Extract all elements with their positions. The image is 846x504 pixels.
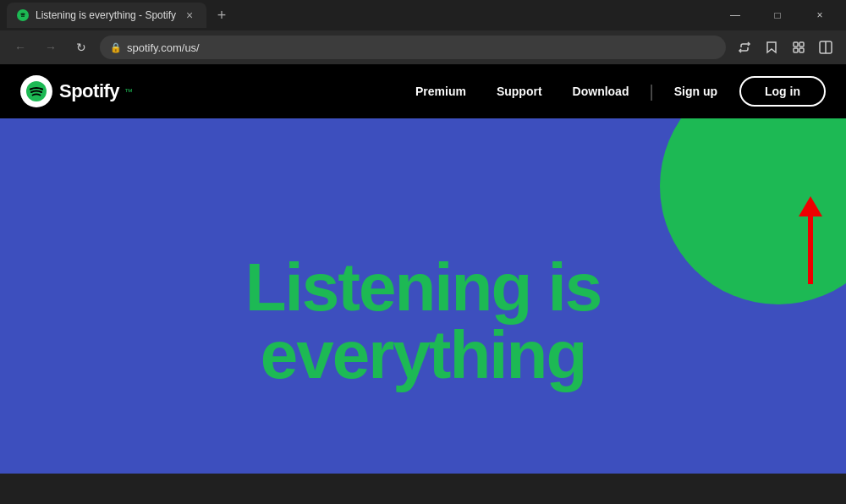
back-button[interactable]: ← — [8, 36, 32, 59]
lock-icon: 🔒 — [110, 42, 122, 53]
extensions-icon[interactable] — [787, 36, 810, 59]
arrow-head — [799, 196, 822, 216]
maximize-button[interactable]: □ — [758, 3, 797, 28]
toolbar-icons — [733, 36, 838, 59]
title-bar: Listening is everything - Spotify × + — … — [0, 0, 846, 30]
new-tab-button[interactable]: + — [210, 3, 233, 27]
url-bar[interactable]: 🔒 spotify.com/us/ — [100, 36, 726, 59]
bookmark-icon[interactable] — [760, 36, 783, 59]
svg-rect-1 — [794, 42, 798, 47]
svg-rect-2 — [799, 42, 804, 47]
refresh-button[interactable]: ↻ — [69, 36, 93, 59]
spotify-logo-label: Spotify — [59, 80, 119, 102]
active-tab[interactable]: Listening is everything - Spotify × — [7, 3, 206, 28]
url-text: spotify.com/us/ — [127, 41, 200, 54]
signup-button[interactable]: Sign up — [659, 85, 733, 98]
tab-area: Listening is everything - Spotify × + — [7, 3, 716, 28]
forward-button[interactable]: → — [39, 36, 63, 59]
support-link[interactable]: Support — [481, 85, 558, 98]
nav-links: Premium Support Download | Sign up Log i… — [400, 76, 826, 107]
tab-close-btn[interactable]: × — [183, 8, 196, 22]
trademark-symbol: ™ — [124, 87, 133, 96]
svg-point-0 — [19, 11, 27, 19]
login-button[interactable]: Log in — [739, 76, 826, 107]
hero-heading-line2: everything — [245, 321, 602, 389]
svg-rect-3 — [794, 48, 798, 52]
spotify-logo-icon — [20, 75, 52, 107]
tab-title: Listening is everything - Spotify — [36, 9, 176, 21]
hero-section: Listening is everything — [0, 118, 846, 474]
minimize-button[interactable]: — — [716, 3, 755, 28]
red-arrow-annotation — [799, 196, 822, 284]
browser-chrome: Listening is everything - Spotify × + — … — [0, 0, 846, 64]
hero-text: Listening is everything — [245, 254, 602, 389]
hero-heading: Listening is everything — [245, 254, 602, 389]
svg-rect-4 — [799, 48, 804, 52]
hero-heading-line1: Listening is — [245, 254, 602, 321]
window-controls: — □ × — [716, 3, 839, 28]
address-bar: ← → ↻ 🔒 spotify.com/us/ — [0, 30, 846, 64]
download-link[interactable]: Download — [558, 85, 645, 98]
close-button[interactable]: × — [800, 3, 839, 28]
premium-link[interactable]: Premium — [400, 85, 481, 98]
profile-icon[interactable] — [814, 36, 838, 59]
arrow-shaft — [808, 216, 813, 284]
spotify-navbar: Spotify ™ Premium Support Download | Sig… — [0, 64, 846, 118]
spotify-logo[interactable]: Spotify ™ — [20, 75, 133, 107]
share-icon[interactable] — [733, 36, 756, 59]
tab-favicon — [17, 9, 29, 21]
nav-divider: | — [649, 82, 653, 101]
